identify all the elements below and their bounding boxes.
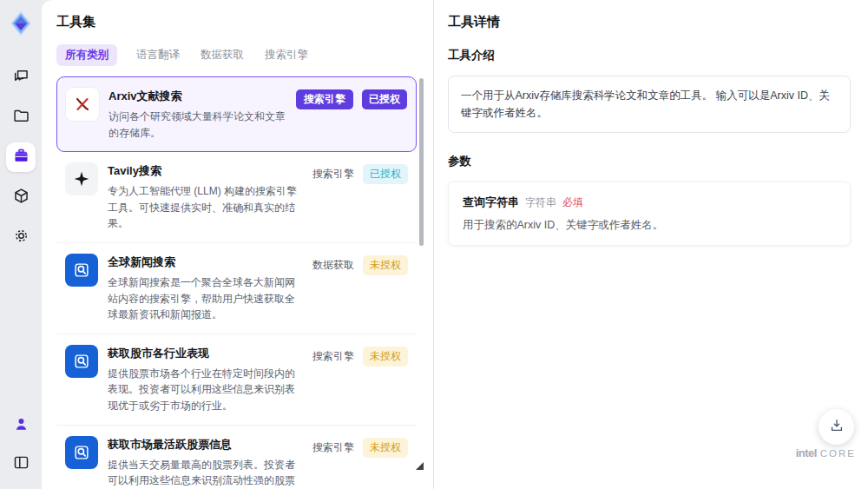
tool-card[interactable]: Arxiv文献搜索 访问各个研究领域大量科学论文和文章的存储库。 搜索引擎 已授…: [56, 76, 417, 152]
tool-status-badge: 已授权: [362, 89, 407, 109]
tool-category-badge: 搜索引擎: [312, 347, 354, 367]
app-window: 工具集 所有类别语言翻译数据获取搜索引擎 Arxiv文献搜索 访问各个研究领域大…: [0, 0, 868, 489]
tool-description: 提供股票市场各个行业在特定时间段内的表现。投资者可以利用这些信息来识别表现优于或…: [108, 366, 303, 414]
download-icon: [828, 417, 845, 438]
sidebar-item-packages[interactable]: [6, 182, 36, 212]
tool-list-panel: 工具集 所有类别语言翻译数据获取搜索引擎 Arxiv文献搜索 访问各个研究领域大…: [42, 0, 434, 489]
tab-1[interactable]: 语言翻译: [135, 44, 181, 66]
sidebar-item-tools[interactable]: [6, 142, 36, 172]
tool-name: 全球新闻搜索: [108, 254, 303, 270]
tool-status-badge: 已授权: [363, 164, 408, 184]
intel-core-logo: intel CORE: [796, 446, 856, 459]
params-list: 查询字符串 字符串 必填 用于搜索的Arxiv ID、关键字或作者姓名。: [448, 182, 851, 246]
tool-name: 获取市场最活跃股票信息: [108, 437, 303, 453]
params-heading: 参数: [448, 154, 851, 169]
tavily-icon: [65, 162, 98, 195]
param-description: 用于搜索的Arxiv ID、关键字或作者姓名。: [463, 218, 836, 233]
package-icon: [12, 187, 30, 208]
chat-icon: [12, 67, 30, 89]
param-required-badge: 必填: [562, 195, 583, 210]
param-name: 查询字符串: [463, 195, 519, 210]
tool-description: 提供当天交易量最高的股票列表。投资者可以利用这些信息来识别流动性强的股票和潜在的…: [108, 457, 303, 489]
tool-category-badge: 搜索引擎: [312, 164, 354, 184]
tool-name: Arxiv文献搜索: [108, 89, 286, 104]
detail-title: 工具详情: [448, 14, 851, 30]
tool-intro-text: 一个用于从Arxiv存储库搜索科学论文和文章的工具。 输入可以是Arxiv ID…: [448, 76, 851, 133]
tool-description: 访问各个研究领域大量科学论文和文章的存储库。: [108, 109, 286, 141]
tool-card[interactable]: 获取市场最活跃股票信息 提供当天交易量最高的股票列表。投资者可以利用这些信息来识…: [56, 426, 417, 489]
tool-description: 全球新闻搜索是一个聚合全球各大新闻网站内容的搜索引擎，帮助用户快速获取全球最新资…: [108, 274, 303, 323]
news-search-icon: [65, 436, 98, 469]
download-button[interactable]: [819, 409, 854, 445]
tool-card[interactable]: 全球新闻搜索 全球新闻搜索是一个聚合全球各大新闻网站内容的搜索引擎，帮助用户快速…: [56, 243, 417, 334]
scrollbar-thumb[interactable]: [419, 78, 424, 246]
scroll-down-indicator: [416, 462, 424, 470]
param-type: 字符串: [525, 195, 556, 210]
tool-card[interactable]: Tavily搜索 专为人工智能代理 (LLM) 构建的搜索引擎工具。可快速提供实…: [56, 152, 417, 243]
news-search-icon: [65, 345, 98, 378]
toolbox-icon: [12, 147, 30, 169]
sidebar-item-panel-toggle[interactable]: [6, 449, 36, 479]
app-logo-icon: [6, 9, 36, 38]
tool-category-badge: 搜索引擎: [296, 89, 353, 109]
page-title: 工具集: [56, 14, 433, 30]
tool-category-badge: 搜索引擎: [312, 438, 354, 458]
tool-status-badge: 未授权: [363, 347, 408, 367]
tab-3[interactable]: 搜索引擎: [263, 44, 310, 66]
news-search-icon: [65, 254, 98, 287]
tab-0[interactable]: 所有类别: [56, 44, 117, 66]
tool-list: Arxiv文献搜索 访问各个研究领域大量科学论文和文章的存储库。 搜索引擎 已授…: [56, 76, 417, 489]
sidebar-item-files[interactable]: [6, 102, 36, 132]
user-icon: [12, 415, 30, 437]
tool-description: 专为人工智能代理 (LLM) 构建的搜索引擎工具。可快速提供实时、准确和真实的结…: [108, 183, 303, 232]
tool-category-badge: 数据获取: [312, 255, 354, 275]
intro-heading: 工具介绍: [448, 48, 851, 63]
sidebar-item-chat[interactable]: [6, 63, 36, 92]
gear-icon: [12, 227, 30, 248]
panel-toggle-icon: [12, 453, 30, 475]
tab-2[interactable]: 数据获取: [199, 44, 246, 66]
arxiv-icon: [66, 88, 99, 121]
category-tabs: 所有类别语言翻译数据获取搜索引擎: [56, 44, 433, 66]
tool-card[interactable]: 获取股市各行业表现 提供股票市场各个行业在特定时间段内的表现。投资者可以利用这些…: [56, 334, 417, 426]
left-sidebar: [0, 0, 42, 489]
parameter-card: 查询字符串 字符串 必填 用于搜索的Arxiv ID、关键字或作者姓名。: [448, 182, 851, 246]
tool-name: Tavily搜索: [108, 163, 303, 179]
tool-name: 获取股市各行业表现: [108, 346, 303, 361]
tool-status-badge: 未授权: [363, 438, 408, 458]
tool-detail-panel: 工具详情 工具介绍 一个用于从Arxiv存储库搜索科学论文和文章的工具。 输入可…: [434, 0, 868, 489]
folder-icon: [12, 107, 30, 129]
tool-status-badge: 未授权: [363, 255, 408, 275]
sidebar-item-user[interactable]: [6, 411, 36, 440]
sidebar-item-settings[interactable]: [6, 222, 36, 252]
